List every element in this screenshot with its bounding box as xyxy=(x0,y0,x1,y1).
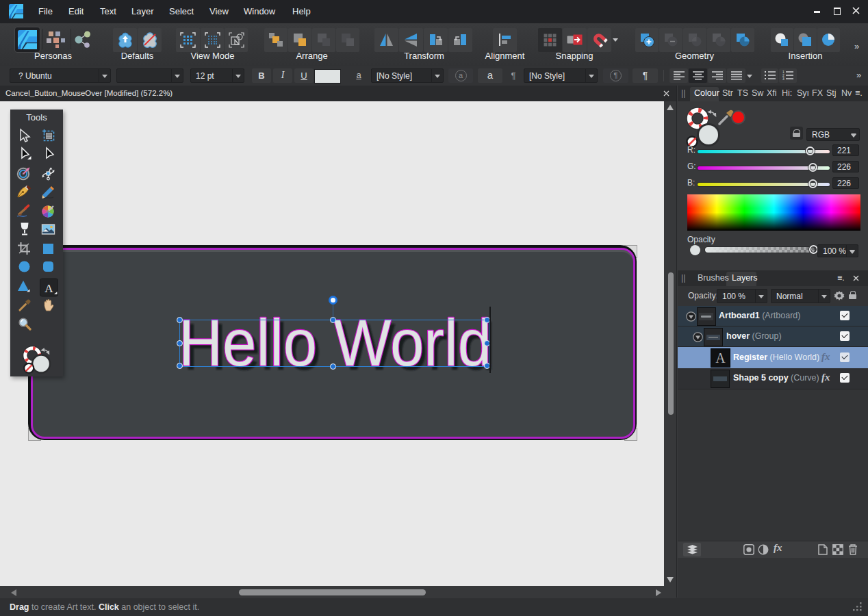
svg-text:A: A xyxy=(44,282,53,295)
svg-text:3: 3 xyxy=(782,77,784,80)
